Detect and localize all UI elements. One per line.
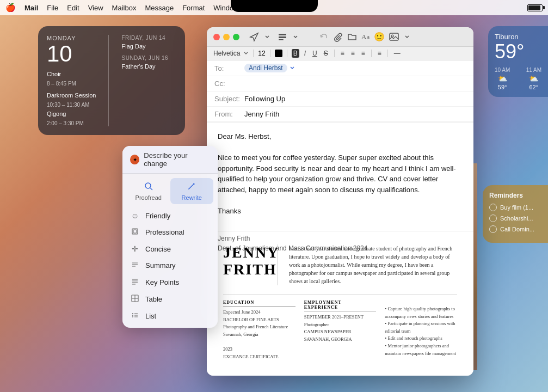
menubar-view[interactable]: View <box>88 4 103 12</box>
folder-icon[interactable] <box>347 32 357 42</box>
summary-icon <box>130 261 140 270</box>
resume-edu-title: EDUCATION <box>223 300 295 307</box>
menubar-format[interactable]: Format <box>182 4 205 12</box>
minimize-button[interactable] <box>223 34 230 40</box>
wt-friendly[interactable]: ☺ Friendly <box>122 207 218 224</box>
menubar-mailbox[interactable]: Mailbox <box>112 4 137 12</box>
resume-name-1: JENNY <box>223 244 267 261</box>
writing-tools-popup: ✦ Describe your change Proofread Rewrite <box>122 146 218 328</box>
format-sep-4 <box>334 50 335 57</box>
format-sep-5 <box>371 50 372 57</box>
reminder-circle-1 <box>489 204 497 211</box>
to-chevron-icon <box>290 65 295 71</box>
resume-emp-title: EMPLOYMENT EXPERIENCE <box>304 300 377 311</box>
menubar-edit[interactable]: Edit <box>67 4 79 12</box>
font-chevron-icon <box>243 51 249 56</box>
svg-point-5 <box>145 183 151 188</box>
send-chevron-icon <box>263 33 271 41</box>
svg-rect-3 <box>390 33 398 40</box>
bold-button[interactable]: B <box>292 49 299 58</box>
apple-logo-icon[interactable]: 🍎 <box>5 3 16 13</box>
proofread-tab[interactable]: Proofread <box>127 178 170 204</box>
subject-label: Subject: <box>214 95 244 103</box>
weather-hour-1-temp: 59° <box>495 84 510 90</box>
writing-tools-items: ☺ Friendly Professional ✛ Concise <box>122 204 218 328</box>
wt-summary[interactable]: Summary <box>122 257 218 274</box>
format-sep-1 <box>253 50 254 57</box>
wt-concise[interactable]: ✛ Concise <box>122 241 218 257</box>
menubar-mail[interactable]: Mail <box>24 4 38 12</box>
mail-greeting: Dear Ms. Herbst, <box>218 131 463 142</box>
maximize-button[interactable] <box>233 34 239 40</box>
resume-name-divider <box>278 244 278 285</box>
wt-list[interactable]: List <box>122 308 218 324</box>
weather-location: Tiburon <box>495 33 541 41</box>
calendar-fathers-day: Father's Day <box>122 63 177 70</box>
color-swatch[interactable] <box>275 50 282 57</box>
professional-label: Professional <box>145 228 184 236</box>
weather-hour-2-time: 11 AM <box>526 67 541 73</box>
reminder-circle-2 <box>489 215 497 222</box>
cc-field-row[interactable]: Cc: <box>207 76 473 91</box>
wt-professional[interactable]: Professional <box>122 224 218 241</box>
calendar-main-event-title: Choir <box>47 71 102 77</box>
undo-icon[interactable] <box>319 32 329 42</box>
menubar-message[interactable]: Message <box>145 4 174 12</box>
menubar-file[interactable]: File <box>47 4 58 12</box>
weather-hour-2: 11 AM ⛅ 62° <box>526 67 541 90</box>
from-label: From: <box>214 110 244 118</box>
svg-point-4 <box>391 35 393 37</box>
writing-tools-tabs: Proofread Rewrite <box>122 174 218 204</box>
friendly-icon: ☺ <box>130 211 140 220</box>
calendar-main-event-time: 8 – 8:45 PM <box>47 81 102 87</box>
resume-duties: • Capture high-quality photographs to ac… <box>385 300 457 360</box>
writing-tools-sparkle-icon: ✦ <box>130 155 139 164</box>
weather-hour-2-temp: 62° <box>526 84 541 90</box>
subject-value[interactable]: Following Up <box>244 95 466 103</box>
align-center-button[interactable]: ≡ <box>349 49 356 58</box>
list-button[interactable]: ≡ <box>376 49 383 58</box>
reminder-item-3: Call Domin... <box>489 225 541 233</box>
send-icon[interactable] <box>249 32 259 42</box>
battery-icon <box>527 4 543 11</box>
emoji-icon[interactable]: 🙂 <box>374 32 385 42</box>
calendar-divider <box>108 35 109 126</box>
more-format-button[interactable]: — <box>392 49 402 58</box>
resume-name-2: FRITH <box>223 261 267 278</box>
to-recipient-chip[interactable]: Andi Herbst <box>244 64 287 72</box>
to-label: To: <box>214 64 244 72</box>
concise-label: Concise <box>145 245 171 253</box>
subject-field-row: Subject: Following Up <box>207 91 473 107</box>
friendly-label: Friendly <box>145 212 170 220</box>
wt-key-points[interactable]: Key Points <box>122 274 218 291</box>
font-select[interactable]: Helvetica <box>213 50 240 57</box>
reminder-text-1: Buy film (1... <box>500 204 533 211</box>
calendar-day: Monday <box>47 35 102 41</box>
italic-button[interactable]: I <box>303 49 307 58</box>
reminder-item-2: Scholarshi... <box>489 215 541 222</box>
underline-button[interactable]: U <box>311 49 319 58</box>
strikethrough-button[interactable]: S <box>322 49 330 58</box>
photo-icon[interactable] <box>389 32 400 42</box>
wt-table[interactable]: Table <box>122 291 218 308</box>
mail-thanks: Thanks <box>218 206 463 217</box>
weather-hour-1-icon: ⛅ <box>495 74 510 83</box>
attachment-icon[interactable] <box>333 32 343 42</box>
font-size[interactable]: 12 <box>258 50 265 57</box>
writing-tools-header: ✦ Describe your change <box>122 146 218 174</box>
close-button[interactable] <box>213 34 220 40</box>
rewrite-tab[interactable]: Rewrite <box>170 178 214 204</box>
calendar-event-2-title: Qigong <box>47 111 102 117</box>
resume-education: EDUCATION Expected June 2024 BACHELOR OF… <box>223 300 295 360</box>
align-left-button[interactable]: ≡ <box>339 49 346 58</box>
align-right-button[interactable]: ≡ <box>360 49 367 58</box>
layout-icon[interactable] <box>278 32 287 42</box>
font-format-icon[interactable]: Aa <box>361 33 370 41</box>
calendar-event-1-time: 10:30 – 11:30 AM <box>47 102 102 108</box>
svg-point-23 <box>132 316 133 317</box>
calendar-event-1-title: Darkroom Session <box>47 92 102 99</box>
mail-body[interactable]: Dear Ms. Herbst, Nice to meet you for co… <box>207 122 473 231</box>
table-icon <box>130 295 140 304</box>
layout-chevron-icon <box>292 33 299 41</box>
reminder-text-2: Scholarshi... <box>500 215 533 222</box>
